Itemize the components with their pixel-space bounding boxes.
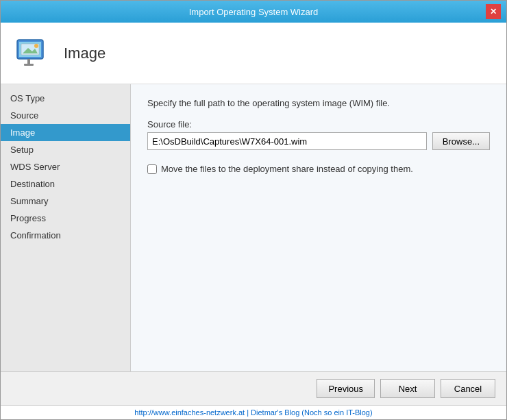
close-button[interactable]: ✕ bbox=[486, 4, 501, 19]
main-window: Import Operating System Wizard ✕ Image bbox=[0, 0, 507, 420]
description-text: Specify the full path to the operating s… bbox=[147, 98, 490, 108]
header-title: Image bbox=[64, 45, 106, 62]
sidebar-item-wdsserver[interactable]: WDS Server bbox=[1, 158, 130, 175]
wizard-icon bbox=[14, 34, 53, 73]
source-file-input[interactable] bbox=[147, 132, 427, 150]
svg-point-5 bbox=[34, 44, 38, 48]
svg-rect-2 bbox=[27, 59, 30, 64]
source-file-label: Source file: bbox=[147, 119, 490, 129]
footer-area: Previous Next Cancel http://www.einfache… bbox=[1, 371, 506, 419]
sidebar-item-setup[interactable]: Setup bbox=[1, 141, 130, 158]
content-area: OS Type Source Image Setup WDS Server De… bbox=[1, 84, 506, 371]
sidebar: OS Type Source Image Setup WDS Server De… bbox=[1, 84, 131, 371]
title-bar: Import Operating System Wizard ✕ bbox=[1, 1, 506, 23]
button-row: Previous Next Cancel bbox=[1, 372, 506, 405]
sidebar-item-ostype[interactable]: OS Type bbox=[1, 90, 130, 107]
status-bar: http://www.einfaches-netzwerk.at | Dietm… bbox=[1, 405, 506, 419]
status-text: http://www.einfaches-netzwerk.at | Dietm… bbox=[134, 408, 372, 417]
header-area: Image bbox=[1, 23, 506, 84]
next-button[interactable]: Next bbox=[380, 379, 435, 398]
sidebar-item-destination[interactable]: Destination bbox=[1, 175, 130, 193]
move-files-label: Move the files to the deployment share i… bbox=[161, 164, 413, 174]
main-panel: Specify the full path to the operating s… bbox=[131, 84, 506, 371]
sidebar-item-image[interactable]: Image bbox=[1, 124, 130, 141]
move-files-row: Move the files to the deployment share i… bbox=[147, 164, 490, 174]
window-title: Import Operating System Wizard bbox=[21, 7, 486, 17]
source-file-group: Source file: Browse... bbox=[147, 119, 490, 150]
sidebar-item-summary[interactable]: Summary bbox=[1, 193, 130, 210]
sidebar-item-source[interactable]: Source bbox=[1, 107, 130, 124]
sidebar-item-confirmation[interactable]: Confirmation bbox=[1, 227, 130, 244]
svg-rect-3 bbox=[24, 64, 34, 66]
previous-button[interactable]: Previous bbox=[317, 379, 375, 398]
sidebar-item-progress[interactable]: Progress bbox=[1, 210, 130, 227]
source-input-row: Browse... bbox=[147, 132, 490, 150]
browse-button[interactable]: Browse... bbox=[432, 132, 490, 150]
move-files-checkbox[interactable] bbox=[147, 164, 157, 174]
cancel-button[interactable]: Cancel bbox=[441, 379, 495, 398]
